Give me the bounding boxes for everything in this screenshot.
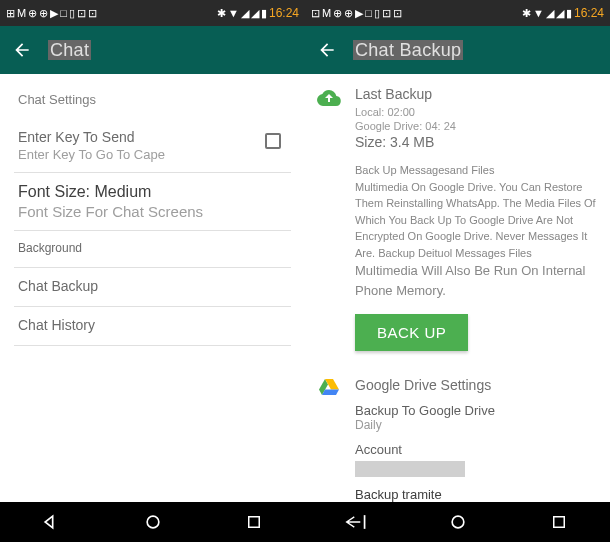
row-backup-to-gdrive[interactable]: Backup To Google Drive Daily [355, 403, 600, 432]
app-icon: ⊡ [382, 7, 391, 20]
status-time: 16:24 [574, 6, 604, 20]
svg-point-0 [147, 516, 159, 528]
back-icon[interactable] [12, 40, 32, 60]
bluetooth-icon: ✱ [522, 7, 531, 20]
last-backup-head: Last Backup [355, 86, 600, 102]
chat-settings-content: Chat Settings Enter Key To Send Enter Ke… [0, 74, 305, 502]
backup-content: Last Backup Local: 02:00 Google Drive: 0… [305, 74, 610, 502]
app-icon: ⊡ [393, 7, 402, 20]
app-icon: ⊕ [39, 7, 48, 20]
backup-desc-tail: Multimedia Will Also Be Run On Internal … [355, 263, 585, 298]
backup-desc-body: Multimedia On Google Drive. You Can Rest… [355, 181, 596, 259]
enter-key-title: Enter Key To Send [18, 129, 287, 145]
row-account[interactable]: Account [355, 442, 600, 477]
row-font-size[interactable]: Font Size: Medium Font Size For Chat Scr… [14, 173, 291, 231]
status-time: 16:24 [269, 6, 299, 20]
account-value-redacted [355, 461, 465, 477]
status-right-left: ✱ ▼ ◢ ◢ ▮ 16:24 [217, 6, 299, 20]
status-right-right: ✱ ▼ ◢ ◢ ▮ 16:24 [522, 6, 604, 20]
battery-icon: ▮ [566, 7, 572, 20]
status-icons-left: ⊞ M ⊕ ⊕ ▶ □ ▯ ⊡ ⊡ [6, 7, 97, 20]
background-label: Background [18, 241, 287, 255]
app-icon: ⊡ [88, 7, 97, 20]
backup-freq: Daily [355, 418, 600, 432]
nav-recent[interactable] [508, 502, 610, 542]
svg-rect-4 [554, 517, 565, 528]
last-backup-gdrive: Google Drive: 04: 24 [355, 120, 600, 132]
backup-to-title: Backup To Google Drive [355, 403, 600, 418]
right-screen: ⊡ M ⊕ ⊕ ▶ □ ▯ ⊡ ⊡ ✱ ▼ ◢ ◢ ▮ 16:24 Chat B… [305, 0, 610, 542]
wifi-icon: ▼ [228, 7, 239, 19]
backup-description: Back Up Messagesand Files Multimedia On … [355, 162, 600, 300]
backup-via-title: Backup tramite [355, 487, 600, 502]
account-title: Account [355, 442, 600, 457]
cloud-upload-icon [317, 86, 341, 110]
app-icon: ⊞ [6, 7, 15, 20]
status-icons-right: ⊡ M ⊕ ⊕ ▶ □ ▯ ⊡ ⊡ [311, 7, 402, 20]
row-chat-history[interactable]: Chat History [14, 307, 291, 346]
phone-icon: ▯ [374, 7, 380, 20]
signal-icon: ◢ [546, 7, 554, 20]
app-icon: □ [60, 7, 67, 19]
row-backup-via[interactable]: Backup tramite [355, 487, 600, 502]
font-size-sub: Font Size For Chat Screens [18, 203, 287, 220]
app-title: Chat Backup [353, 40, 463, 61]
chat-history-label: Chat History [18, 317, 287, 333]
app-title: Chat [48, 40, 91, 61]
signal-icon: ◢ [241, 7, 249, 20]
back-icon[interactable] [317, 40, 337, 60]
google-drive-icon [317, 377, 341, 401]
row-background[interactable]: Background [14, 231, 291, 268]
app-bar-left: Chat [0, 26, 305, 74]
mail-icon: M [17, 7, 26, 19]
gdrive-head: Google Drive Settings [355, 377, 600, 393]
last-backup-section: Last Backup Local: 02:00 Google Drive: 0… [305, 74, 610, 365]
bluetooth-icon: ✱ [217, 7, 226, 20]
app-icon: ⊕ [344, 7, 353, 20]
svg-rect-1 [249, 517, 260, 528]
nav-home[interactable] [102, 502, 204, 542]
battery-icon: ▮ [261, 7, 267, 20]
nav-back[interactable] [305, 502, 407, 542]
left-screen: ⊞ M ⊕ ⊕ ▶ □ ▯ ⊡ ⊡ ✱ ▼ ◢ ◢ ▮ 16:24 Chat [0, 0, 305, 542]
wifi-icon: ▼ [533, 7, 544, 19]
app-icon: □ [365, 7, 372, 19]
backup-desc-line1: Back Up Messagesand Files [355, 164, 494, 176]
nav-home[interactable] [407, 502, 509, 542]
phone-icon: ▯ [69, 7, 75, 20]
row-chat-backup[interactable]: Chat Backup [14, 268, 291, 307]
app-icon: ⊡ [77, 7, 86, 20]
row-enter-key[interactable]: Enter Key To Send Enter Key To Go To Cap… [14, 119, 291, 173]
nav-bar-left [0, 502, 305, 542]
enter-key-sub: Enter Key To Go To Cape [18, 147, 287, 162]
youtube-icon: ▶ [50, 7, 58, 20]
nav-recent[interactable] [203, 502, 305, 542]
nav-back[interactable] [0, 502, 102, 542]
app-icon: ⊡ [311, 7, 320, 20]
app-bar-right: Chat Backup [305, 26, 610, 74]
gdrive-section: Google Drive Settings Backup To Google D… [305, 365, 610, 502]
signal-icon: ◢ [556, 7, 564, 20]
section-head-chat-settings: Chat Settings [18, 92, 291, 107]
signal-icon: ◢ [251, 7, 259, 20]
enter-key-checkbox[interactable] [265, 133, 281, 149]
nav-bar-right [305, 502, 610, 542]
mail-icon: M [322, 7, 331, 19]
chat-backup-label: Chat Backup [18, 278, 287, 294]
youtube-icon: ▶ [355, 7, 363, 20]
app-icon: ⊕ [28, 7, 37, 20]
app-icon: ⊕ [333, 7, 342, 20]
svg-point-3 [452, 516, 464, 528]
status-bar-right: ⊡ M ⊕ ⊕ ▶ □ ▯ ⊡ ⊡ ✱ ▼ ◢ ◢ ▮ 16:24 [305, 0, 610, 26]
font-size-title: Font Size: Medium [18, 183, 287, 201]
last-backup-size: Size: 3.4 MB [355, 134, 600, 150]
backup-button[interactable]: BACK UP [355, 314, 468, 351]
last-backup-local: Local: 02:00 [355, 106, 600, 118]
status-bar-left: ⊞ M ⊕ ⊕ ▶ □ ▯ ⊡ ⊡ ✱ ▼ ◢ ◢ ▮ 16:24 [0, 0, 305, 26]
